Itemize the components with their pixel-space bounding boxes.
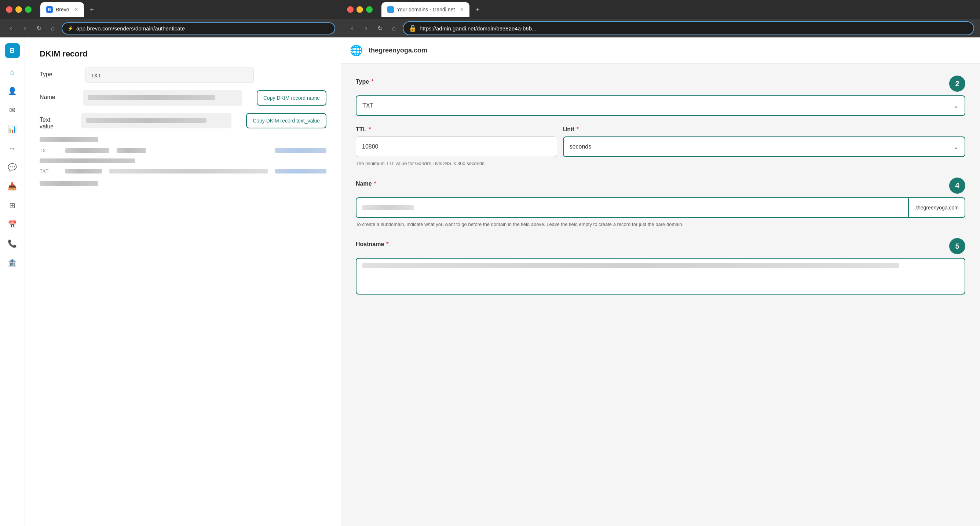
gandi-tab[interactable]: 🌐 Your domains - Gandi.net ✕ <box>382 2 469 17</box>
ttl-input-wrap: TTL * 10800 <box>356 126 557 157</box>
sidebar-item-home[interactable]: ⌂ <box>5 64 21 80</box>
reload-button-right[interactable]: ↻ <box>375 23 385 33</box>
forward-button-right[interactable]: › <box>361 23 371 33</box>
url-bar-right[interactable]: 🔒 https://admin.gandi.net/domain/b9382e4… <box>403 21 974 35</box>
ttl-form-group: TTL * 10800 Unit * <box>356 126 965 167</box>
name-form-group: Name * 4 .thegreenyoga.com To create a s… <box>356 177 965 228</box>
sidebar-item-phone[interactable]: 📞 <box>5 236 21 252</box>
brevo-tab[interactable]: B Brevo ✕ <box>40 2 84 17</box>
gandi-tab-icon: 🌐 <box>387 6 394 13</box>
text-value-form-row: Textvalue Copy DKIM record text_value <box>40 113 326 130</box>
left-address-bar: ‹ › ↻ ⌂ ⚡ app.brevo.com/senders/domain/a… <box>0 19 341 37</box>
sidebar-item-analytics[interactable]: 📊 <box>5 121 21 137</box>
globe-icon-right: 🔒 <box>409 24 417 32</box>
new-tab-button-left[interactable]: + <box>90 5 94 14</box>
right-browser-window: 🌐 Your domains - Gandi.net ✕ + ‹ › ↻ ⌂ 🔒… <box>341 0 980 526</box>
sidebar-item-calendar[interactable]: 📅 <box>5 217 21 233</box>
hostname-form-group: Hostname * 5 <box>356 238 965 295</box>
home-button-left[interactable]: ⌂ <box>48 23 58 33</box>
ttl-field-label: TTL * <box>356 126 557 133</box>
name-input-row: .thegreenyoga.com <box>356 197 965 218</box>
brevo-tab-close[interactable]: ✕ <box>75 7 78 12</box>
hostname-field-label: Hostname * <box>356 241 389 248</box>
reload-button-left[interactable]: ↻ <box>34 23 44 33</box>
home-button-right[interactable]: ⌂ <box>389 23 399 33</box>
right-close-button[interactable] <box>347 6 353 13</box>
copy-dkim-name-button[interactable]: Copy DKIM record name <box>257 90 326 106</box>
text-value-input[interactable] <box>81 113 231 128</box>
url-text-left: app.brevo.com/senders/domain/authenticat… <box>76 25 185 32</box>
type-select[interactable]: TXT ⌄ <box>356 96 965 116</box>
sub-section: TXT TXT <box>40 137 326 186</box>
sub-btn-2 <box>275 169 326 174</box>
sub-footer <box>40 181 326 186</box>
unit-field-label: Unit * <box>563 126 965 133</box>
unit-select-value: seconds <box>570 143 592 150</box>
hostname-textarea[interactable] <box>356 258 965 295</box>
text-value-blurred-content <box>86 118 207 123</box>
globe-domain-icon: 🌐 <box>350 45 363 56</box>
name-blurred-content <box>88 95 215 100</box>
name-suffix: .thegreenyoga.com <box>909 197 965 218</box>
sidebar-item-refresh[interactable]: ↔ <box>5 140 21 156</box>
step-badge-4: 4 <box>949 177 965 194</box>
back-button-left[interactable]: ‹ <box>6 23 16 33</box>
left-minimize-button[interactable] <box>15 6 22 13</box>
back-button-right[interactable]: ‹ <box>347 23 357 33</box>
url-text-right: https://admin.gandi.net/domain/b9382e4a-… <box>420 25 536 32</box>
sub-type-2: TXT <box>40 168 58 174</box>
sidebar-item-inbox[interactable]: 📥 <box>5 178 21 194</box>
new-tab-button-right[interactable]: + <box>475 5 480 14</box>
domain-name: thegreenyoga.com <box>369 46 427 54</box>
name-field-label: Name * <box>356 180 376 187</box>
sub-name-2 <box>65 169 102 174</box>
unit-select-chevron: ⌄ <box>953 143 959 151</box>
left-close-button[interactable] <box>6 6 13 13</box>
type-select-chevron: ⌄ <box>953 102 959 110</box>
gandi-tab-close[interactable]: ✕ <box>460 7 464 12</box>
left-traffic-lights <box>6 6 32 13</box>
right-address-bar: ‹ › ↻ ⌂ 🔒 https://admin.gandi.net/domain… <box>341 19 980 37</box>
gandi-tab-label: Your domains - Gandi.net <box>397 6 455 13</box>
unit-select[interactable]: seconds ⌄ <box>563 137 965 157</box>
unit-select-wrap: Unit * seconds ⌄ <box>563 126 965 157</box>
type-field-label: Type * <box>356 78 373 85</box>
name-input[interactable] <box>83 90 242 106</box>
left-browser-window: B Brevo ✕ + ‹ › ↻ ⌂ ⚡ app.brevo.com/send… <box>0 0 341 526</box>
sidebar-item-user[interactable]: 👤 <box>5 83 21 99</box>
left-maximize-button[interactable] <box>25 6 32 13</box>
sidebar-item-bank[interactable]: 🏦 <box>5 255 21 271</box>
type-input[interactable]: TXT <box>85 67 254 83</box>
sub-row-1: TXT <box>40 148 326 153</box>
right-minimize-button[interactable] <box>356 6 363 13</box>
ttl-unit-row: TTL * 10800 Unit * <box>356 126 965 157</box>
type-select-value: TXT <box>363 102 373 109</box>
name-hint: To create a subdomain, indicate what you… <box>356 221 965 228</box>
sub-btn-1 <box>275 148 326 153</box>
text-value-label: Textvalue <box>40 113 72 130</box>
forward-button-left[interactable]: › <box>20 23 30 33</box>
copy-dkim-text-value-button[interactable]: Copy DKIM record text_value <box>246 113 326 128</box>
left-sidebar: B ⌂ 👤 ✉ 📊 ↔ 💬 📥 ⊞ 📅 📞 🏦 <box>0 37 25 526</box>
sub-row-2: TXT <box>40 168 326 174</box>
brevo-logo: B <box>5 43 20 58</box>
name-input-blurred <box>363 205 414 210</box>
name-input-field[interactable] <box>356 197 909 218</box>
brevo-tab-label: Brevo <box>56 6 69 13</box>
sub-name-1 <box>65 148 109 153</box>
hostname-required-star: * <box>386 241 388 248</box>
type-form-group: Type * 2 TXT ⌄ <box>356 76 965 116</box>
gandi-content: 🌐 thegreenyoga.com Type * 2 TXT <box>341 37 980 526</box>
sidebar-item-chat[interactable]: 💬 <box>5 159 21 175</box>
ttl-required-star: * <box>369 126 371 133</box>
right-maximize-button[interactable] <box>366 6 372 13</box>
name-label: Name <box>40 90 74 100</box>
sub-value-1 <box>117 148 146 153</box>
ttl-hint: The minimum TTL value for Gandi's LiveDN… <box>356 160 965 167</box>
sidebar-item-table[interactable]: ⊞ <box>5 197 21 214</box>
sidebar-item-send[interactable]: ✉ <box>5 102 21 118</box>
ttl-input[interactable]: 10800 <box>356 137 557 157</box>
url-bar-left[interactable]: ⚡ app.brevo.com/senders/domain/authentic… <box>62 22 335 35</box>
step-badge-5: 5 <box>949 238 965 254</box>
domain-header: 🌐 thegreenyoga.com <box>341 37 980 64</box>
